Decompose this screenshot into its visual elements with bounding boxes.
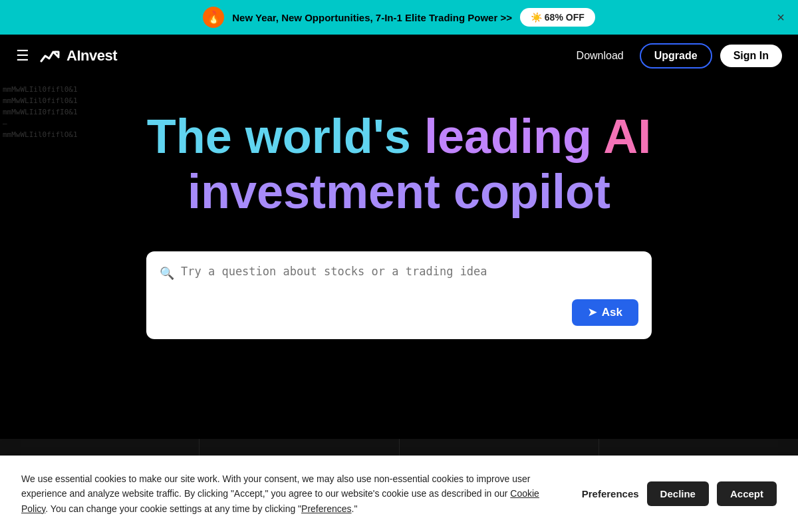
logo-text: AInvest — [66, 47, 117, 65]
ask-label: Ask — [602, 306, 622, 319]
logo[interactable]: AInvest — [40, 47, 117, 65]
cookie-banner: We use essential cookies to make our sit… — [0, 456, 798, 532]
cookie-policy-link[interactable]: Cookie Policy — [21, 488, 539, 513]
decline-button[interactable]: Decline — [647, 481, 709, 506]
top-banner: 🔥 New Year, New Opportunities, 7-In-1 El… — [0, 0, 798, 35]
search-container: 🔍 ➤ Ask — [146, 251, 652, 339]
search-icon: 🔍 — [160, 266, 174, 281]
search-input[interactable] — [181, 265, 638, 291]
logo-icon — [40, 47, 61, 65]
navbar: ☰ AInvest Download Upgrade Sign In — [0, 35, 798, 77]
banner-badge: ☀️ 68% OFF — [520, 8, 595, 27]
search-input-row: 🔍 — [160, 265, 638, 291]
banner-text: New Year, New Opportunities, 7-In-1 Elit… — [232, 12, 512, 23]
preferences-button[interactable]: Preferences — [582, 488, 639, 499]
signin-button[interactable]: Sign In — [720, 45, 782, 67]
hero-section: mmMwWLIil0fifl0&1 mmMwWLIil0fifl0&1 mmMw… — [0, 77, 798, 366]
fire-icon: 🔥 — [203, 7, 224, 28]
send-icon: ➤ — [588, 306, 597, 319]
download-button[interactable]: Download — [569, 45, 632, 67]
menu-button[interactable]: ☰ — [16, 47, 29, 65]
ask-button[interactable]: ➤ Ask — [572, 299, 638, 326]
search-footer: ➤ Ask — [160, 299, 638, 326]
upgrade-button[interactable]: Upgrade — [640, 43, 712, 68]
nav-right: Download Upgrade Sign In — [569, 43, 782, 68]
cookie-buttons: Preferences Decline Accept — [582, 481, 777, 506]
page-wrapper: 🔥 New Year, New Opportunities, 7-In-1 El… — [0, 0, 798, 532]
sidebar-artifact: mmMwWLIil0fifl0&1 mmMwWLIil0fifl0&1 mmMw… — [0, 77, 78, 139]
cookie-text: We use essential cookies to make our sit… — [21, 471, 561, 516]
banner-close-button[interactable]: × — [777, 11, 785, 24]
accept-button[interactable]: Accept — [717, 481, 777, 506]
preferences-link[interactable]: Preferences — [301, 503, 351, 514]
hero-title: The world's leading AI investment copilo… — [147, 109, 652, 219]
